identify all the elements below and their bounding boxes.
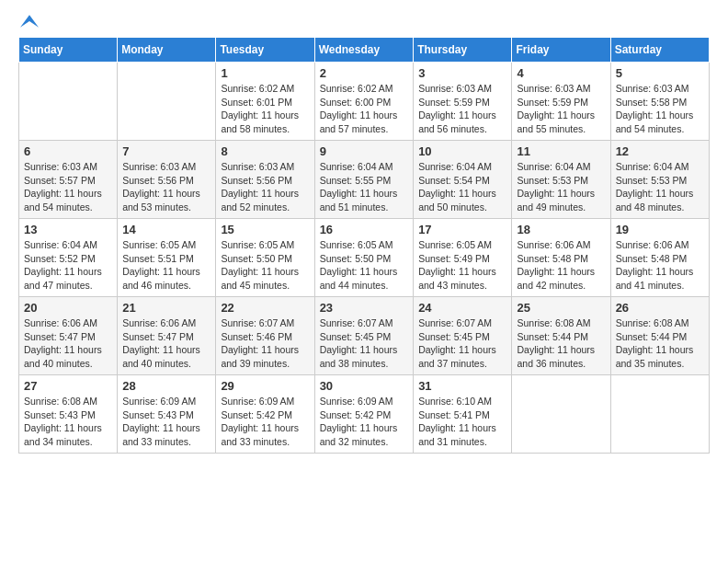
calendar-cell: 22Sunrise: 6:07 AM Sunset: 5:46 PM Dayli… <box>216 297 314 375</box>
weekday-header-monday: Monday <box>118 38 216 63</box>
day-number: 4 <box>517 66 605 80</box>
calendar-table: SundayMondayTuesdayWednesdayThursdayFrid… <box>18 37 710 454</box>
calendar-cell: 5Sunrise: 6:03 AM Sunset: 5:58 PM Daylig… <box>610 63 709 141</box>
calendar-cell: 30Sunrise: 6:09 AM Sunset: 5:42 PM Dayli… <box>314 375 414 454</box>
day-number: 17 <box>418 223 506 236</box>
calendar-cell: 9Sunrise: 6:04 AM Sunset: 5:55 PM Daylig… <box>314 141 414 219</box>
calendar-cell: 10Sunrise: 6:04 AM Sunset: 5:54 PM Dayli… <box>414 141 512 219</box>
day-info: Sunrise: 6:03 AM Sunset: 5:56 PM Dayligh… <box>221 160 309 214</box>
day-info: Sunrise: 6:03 AM Sunset: 5:58 PM Dayligh… <box>616 82 704 136</box>
day-number: 19 <box>616 223 704 236</box>
day-number: 24 <box>418 301 506 315</box>
day-info: Sunrise: 6:04 AM Sunset: 5:52 PM Dayligh… <box>24 238 112 293</box>
day-number: 21 <box>122 301 210 315</box>
svg-marker-0 <box>20 15 39 27</box>
day-number: 8 <box>221 144 309 158</box>
day-info: Sunrise: 6:07 AM Sunset: 5:46 PM Dayligh… <box>221 316 309 371</box>
calendar-cell: 4Sunrise: 6:03 AM Sunset: 5:59 PM Daylig… <box>512 63 610 141</box>
calendar-body: 1Sunrise: 6:02 AM Sunset: 6:01 PM Daylig… <box>19 63 710 454</box>
day-number: 3 <box>418 66 506 80</box>
calendar-cell: 20Sunrise: 6:06 AM Sunset: 5:47 PM Dayli… <box>19 297 118 375</box>
day-number: 29 <box>221 379 309 393</box>
weekday-header-tuesday: Tuesday <box>216 38 314 63</box>
logo-icon <box>20 15 39 28</box>
calendar-cell: 14Sunrise: 6:05 AM Sunset: 5:51 PM Dayli… <box>118 219 216 297</box>
calendar-cell: 1Sunrise: 6:02 AM Sunset: 6:01 PM Daylig… <box>216 63 314 141</box>
day-info: Sunrise: 6:05 AM Sunset: 5:50 PM Dayligh… <box>320 238 409 293</box>
calendar-cell <box>512 375 610 454</box>
day-number: 13 <box>24 223 112 236</box>
day-number: 14 <box>122 223 210 236</box>
calendar-week-4: 27Sunrise: 6:08 AM Sunset: 5:43 PM Dayli… <box>19 375 710 454</box>
day-number: 6 <box>24 144 112 158</box>
calendar-cell: 6Sunrise: 6:03 AM Sunset: 5:57 PM Daylig… <box>19 141 118 219</box>
day-info: Sunrise: 6:06 AM Sunset: 5:48 PM Dayligh… <box>517 238 605 293</box>
day-info: Sunrise: 6:02 AM Sunset: 6:01 PM Dayligh… <box>221 82 309 136</box>
calendar-header-row: SundayMondayTuesdayWednesdayThursdayFrid… <box>19 38 710 63</box>
day-number: 18 <box>517 223 605 236</box>
calendar-cell: 26Sunrise: 6:08 AM Sunset: 5:44 PM Dayli… <box>610 297 709 375</box>
calendar-week-3: 20Sunrise: 6:06 AM Sunset: 5:47 PM Dayli… <box>19 297 710 375</box>
calendar-cell: 16Sunrise: 6:05 AM Sunset: 5:50 PM Dayli… <box>314 219 414 297</box>
calendar-cell: 27Sunrise: 6:08 AM Sunset: 5:43 PM Dayli… <box>19 375 118 454</box>
day-info: Sunrise: 6:08 AM Sunset: 5:44 PM Dayligh… <box>517 316 605 371</box>
calendar-cell: 15Sunrise: 6:05 AM Sunset: 5:50 PM Dayli… <box>216 219 314 297</box>
day-info: Sunrise: 6:08 AM Sunset: 5:43 PM Dayligh… <box>24 395 112 449</box>
day-number: 30 <box>320 379 409 393</box>
day-info: Sunrise: 6:04 AM Sunset: 5:54 PM Dayligh… <box>418 160 506 214</box>
day-info: Sunrise: 6:06 AM Sunset: 5:48 PM Dayligh… <box>616 238 704 293</box>
day-number: 12 <box>616 144 704 158</box>
calendar-cell: 11Sunrise: 6:04 AM Sunset: 5:53 PM Dayli… <box>512 141 610 219</box>
calendar-cell: 12Sunrise: 6:04 AM Sunset: 5:53 PM Dayli… <box>610 141 709 219</box>
day-info: Sunrise: 6:10 AM Sunset: 5:41 PM Dayligh… <box>418 395 506 449</box>
weekday-header-saturday: Saturday <box>610 38 709 63</box>
day-number: 2 <box>320 66 409 80</box>
day-number: 23 <box>320 301 409 315</box>
calendar-cell: 2Sunrise: 6:02 AM Sunset: 6:00 PM Daylig… <box>314 63 414 141</box>
calendar-week-0: 1Sunrise: 6:02 AM Sunset: 6:01 PM Daylig… <box>19 63 710 141</box>
day-number: 26 <box>616 301 704 315</box>
day-number: 15 <box>221 223 309 236</box>
day-info: Sunrise: 6:09 AM Sunset: 5:43 PM Dayligh… <box>122 395 210 449</box>
day-info: Sunrise: 6:04 AM Sunset: 5:53 PM Dayligh… <box>517 160 605 214</box>
weekday-header-thursday: Thursday <box>414 38 512 63</box>
day-info: Sunrise: 6:04 AM Sunset: 5:53 PM Dayligh… <box>616 160 704 214</box>
day-info: Sunrise: 6:08 AM Sunset: 5:44 PM Dayligh… <box>616 316 704 371</box>
day-number: 7 <box>122 144 210 158</box>
day-info: Sunrise: 6:06 AM Sunset: 5:47 PM Dayligh… <box>24 316 112 371</box>
day-info: Sunrise: 6:03 AM Sunset: 5:56 PM Dayligh… <box>122 160 210 214</box>
day-number: 25 <box>517 301 605 315</box>
calendar-cell <box>610 375 709 454</box>
weekday-header-wednesday: Wednesday <box>314 38 414 63</box>
calendar-cell: 3Sunrise: 6:03 AM Sunset: 5:59 PM Daylig… <box>414 63 512 141</box>
day-number: 20 <box>24 301 112 315</box>
calendar-cell: 25Sunrise: 6:08 AM Sunset: 5:44 PM Dayli… <box>512 297 610 375</box>
calendar-cell: 18Sunrise: 6:06 AM Sunset: 5:48 PM Dayli… <box>512 219 610 297</box>
day-number: 10 <box>418 144 506 158</box>
calendar-cell: 21Sunrise: 6:06 AM Sunset: 5:47 PM Dayli… <box>118 297 216 375</box>
day-number: 5 <box>616 66 704 80</box>
calendar-week-1: 6Sunrise: 6:03 AM Sunset: 5:57 PM Daylig… <box>19 141 710 219</box>
calendar-cell: 28Sunrise: 6:09 AM Sunset: 5:43 PM Dayli… <box>118 375 216 454</box>
day-info: Sunrise: 6:05 AM Sunset: 5:49 PM Dayligh… <box>418 238 506 293</box>
day-number: 9 <box>320 144 409 158</box>
calendar-cell: 29Sunrise: 6:09 AM Sunset: 5:42 PM Dayli… <box>216 375 314 454</box>
day-info: Sunrise: 6:05 AM Sunset: 5:50 PM Dayligh… <box>221 238 309 293</box>
day-info: Sunrise: 6:03 AM Sunset: 5:59 PM Dayligh… <box>517 82 605 136</box>
weekday-header-friday: Friday <box>512 38 610 63</box>
calendar-cell <box>19 63 118 141</box>
day-info: Sunrise: 6:09 AM Sunset: 5:42 PM Dayligh… <box>221 395 309 449</box>
logo <box>18 18 39 28</box>
day-number: 1 <box>221 66 309 80</box>
calendar-cell: 13Sunrise: 6:04 AM Sunset: 5:52 PM Dayli… <box>19 219 118 297</box>
day-info: Sunrise: 6:05 AM Sunset: 5:51 PM Dayligh… <box>122 238 210 293</box>
calendar-cell: 17Sunrise: 6:05 AM Sunset: 5:49 PM Dayli… <box>414 219 512 297</box>
day-info: Sunrise: 6:03 AM Sunset: 5:57 PM Dayligh… <box>24 160 112 214</box>
calendar-cell: 19Sunrise: 6:06 AM Sunset: 5:48 PM Dayli… <box>610 219 709 297</box>
day-number: 22 <box>221 301 309 315</box>
day-info: Sunrise: 6:07 AM Sunset: 5:45 PM Dayligh… <box>418 316 506 371</box>
day-info: Sunrise: 6:03 AM Sunset: 5:59 PM Dayligh… <box>418 82 506 136</box>
day-info: Sunrise: 6:02 AM Sunset: 6:00 PM Dayligh… <box>320 82 409 136</box>
day-number: 27 <box>24 379 112 393</box>
day-number: 28 <box>122 379 210 393</box>
